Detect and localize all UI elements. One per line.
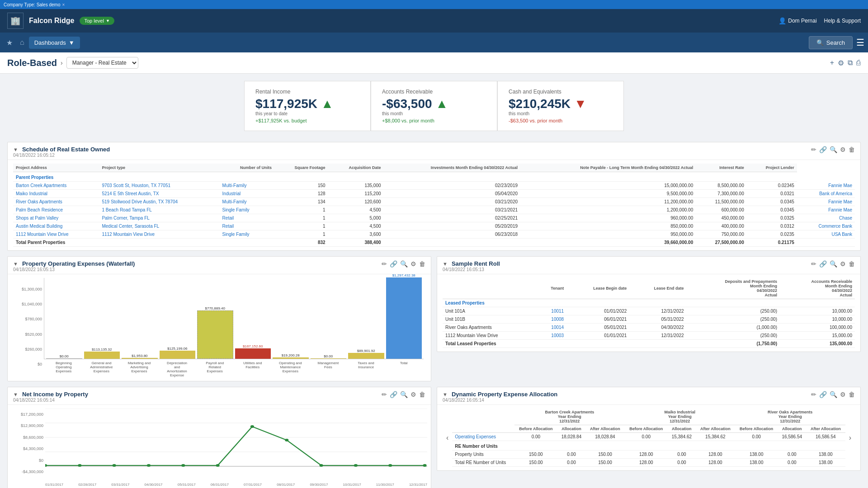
alloc-search-icon[interactable]: 🔍 [830, 391, 837, 398]
ni-dot-12 [423, 464, 426, 467]
property-link-barton[interactable]: Barton Creek Apartments [16, 183, 66, 188]
wf-delete-icon[interactable]: 🗑 [419, 260, 425, 267]
lender-palm[interactable]: Fannie Mae [828, 207, 852, 212]
rr-link-icon[interactable]: 🔗 [819, 260, 827, 267]
copy-button[interactable]: ⧉ [848, 59, 853, 67]
type-multi[interactable]: Multi-Family [222, 183, 247, 188]
help-link[interactable]: Help & Support [824, 18, 861, 24]
settings-button[interactable]: ⚙ [838, 59, 844, 67]
alloc-settings-icon[interactable]: ⚙ [840, 391, 846, 398]
rent-roll-collapse-btn[interactable]: ▼ [443, 261, 448, 267]
nav-menu-icon[interactable]: ☰ [856, 37, 864, 48]
alloc-scroll-left-btn[interactable]: ‹ [443, 432, 452, 444]
ni-settings-icon[interactable]: ⚙ [410, 391, 416, 398]
schedule-edit-icon[interactable]: ✏ [811, 146, 816, 153]
rr-delete-icon[interactable]: 🗑 [849, 260, 855, 267]
rr-edit-icon[interactable]: ✏ [811, 260, 816, 267]
property-link-maiko[interactable]: Maiko Industrial [16, 191, 47, 196]
alloc-ops-link[interactable]: Operating Expenses [455, 434, 496, 439]
lender-maiko[interactable]: Bank of America [819, 191, 852, 196]
rr-th-deposits: Deposits and PrepaymentsMonth Ending04/3… [687, 278, 780, 299]
rr-tenant-101b[interactable]: 10008 [551, 317, 564, 322]
lender-mountain[interactable]: USA Bank [831, 232, 852, 237]
rr-ar-101b: 10,000.00 [780, 315, 855, 324]
leased-properties-link[interactable]: Leased Properties [445, 300, 485, 305]
alloc-edit-icon[interactable]: ✏ [811, 391, 816, 398]
wf-search-icon[interactable]: 🔍 [400, 260, 408, 267]
note-palm: 600,000.00 [696, 206, 747, 214]
ni-link-icon[interactable]: 🔗 [390, 391, 397, 398]
level-badge[interactable]: Top level ▼ [80, 17, 114, 25]
ni-search-icon[interactable]: 🔍 [400, 391, 408, 398]
type-multi-river[interactable]: Multi-Family [222, 199, 247, 204]
type-sf-palm[interactable]: Single Family [222, 207, 250, 212]
wf-link-icon[interactable]: 🔗 [390, 260, 397, 267]
property-link-mountain[interactable]: 1112 Mountain View Drive [16, 232, 69, 237]
ni-x-sep: 09/30/2017 [310, 483, 328, 487]
role-select[interactable]: Manager - Real Estate [66, 57, 138, 69]
addr-austin[interactable]: Medical Center, Sarasota FL [102, 224, 159, 229]
addr-mountain[interactable]: 1112 Mountain View Drive [102, 232, 155, 237]
page-header: Role-Based › Manager - Real Estate + ⚙ ⧉… [0, 52, 868, 74]
lender-austin[interactable]: Commerce Bank [819, 224, 852, 229]
topbar-close-btn[interactable]: × [62, 2, 65, 7]
lender-barton[interactable]: Fannie Mae [828, 183, 852, 188]
type-retail-austin[interactable]: Retail [222, 224, 234, 229]
property-link-shops[interactable]: Shops at Palm Valley [16, 216, 58, 221]
addr-shops[interactable]: Palm Corner, Tampa FL [102, 216, 149, 221]
wf-edit-icon[interactable]: ✏ [382, 260, 387, 267]
rr-tenant-101a[interactable]: 10011 [551, 309, 564, 314]
schedule-link-icon[interactable]: 🔗 [819, 146, 827, 153]
acq-shops: 02/25/2021 [384, 214, 520, 222]
rr-search-icon[interactable]: 🔍 [830, 260, 837, 267]
type-link-barton[interactable]: 9703 Scott St, Houston, TX 77051 [102, 183, 170, 188]
add-button[interactable]: + [830, 59, 834, 67]
waterfall-bars: $0.00 $113,135.32 $1,953 [44, 278, 424, 359]
alloc-maiko-total-after: 128.00 [696, 459, 735, 467]
rr-tenant-mountain[interactable]: 10003 [551, 333, 564, 338]
property-link-river[interactable]: River Oaks Apartments [16, 199, 62, 204]
schedule-collapse-btn[interactable]: ▼ [13, 147, 18, 152]
ni-x-aug: 08/31/2017 [277, 483, 295, 487]
alloc-collapse-btn[interactable]: ▼ [443, 392, 448, 397]
type-sf-mountain[interactable]: Single Family [222, 232, 250, 237]
ni-collapse-btn[interactable]: ▼ [13, 392, 18, 397]
alloc-river-alloc-ops: 16,586.54 [778, 433, 806, 441]
parent-label: Parent Properties [13, 172, 797, 182]
alloc-scroll-right-btn[interactable]: › [845, 432, 855, 444]
print-button[interactable]: ⎙ [856, 59, 861, 67]
rr-settings-icon[interactable]: ⚙ [840, 260, 846, 267]
schedule-delete-icon[interactable]: 🗑 [849, 146, 855, 153]
title-arrow-icon: › [61, 59, 63, 66]
schedule-settings-icon[interactable]: ⚙ [840, 146, 846, 153]
addr-maiko[interactable]: 5214 E 5th Street Austin, TX [102, 191, 159, 196]
lender-river[interactable]: Fannie Mae [828, 199, 852, 204]
waterfall-x-labels: BeginningOperatingExpenses General andAd… [44, 359, 424, 377]
ni-edit-icon[interactable]: ✏ [382, 391, 387, 398]
star-icon[interactable]: ★ [4, 36, 15, 50]
home-icon[interactable]: ⌂ [17, 36, 27, 49]
rr-tenant-river[interactable]: 10014 [551, 325, 564, 330]
type-industrial[interactable]: Industrial [222, 191, 241, 196]
user-menu[interactable]: 👤 Dom Pernai [778, 17, 816, 24]
addr-river[interactable]: 519 Stollwood Drive Austin, TX 78704 [102, 199, 178, 204]
parent-properties-link[interactable]: Parent Properties [16, 175, 53, 180]
alloc-link-icon[interactable]: 🔗 [819, 391, 827, 398]
wf-val-depr: $125,199.06 [167, 347, 188, 351]
waterfall-collapse-btn[interactable]: ▼ [13, 261, 18, 267]
alloc-delete-icon[interactable]: 🗑 [849, 391, 855, 398]
alloc-barton-total-alloc: 0.00 [557, 459, 585, 467]
alloc-row-re-units-header: RE Number of Units [452, 441, 845, 450]
lender-shops[interactable]: Chase [839, 216, 852, 221]
type-retail-shops[interactable]: Retail [222, 216, 234, 221]
property-link-palm[interactable]: Palm Beach Residence [16, 207, 63, 212]
dashboards-menu[interactable]: Dashboards ▼ [29, 37, 80, 49]
property-link-austin[interactable]: Austin Medical Building [16, 224, 62, 229]
rr-ar-101a: 10,000.00 [780, 307, 855, 315]
ni-delete-icon[interactable]: 🗑 [419, 391, 425, 398]
wf-bar-utilities: $167,152.60 [235, 344, 271, 359]
addr-palm[interactable]: 1 Beach Road Tampa FL [102, 207, 151, 212]
schedule-search-icon[interactable]: 🔍 [830, 146, 837, 153]
wf-settings-icon[interactable]: ⚙ [410, 260, 416, 267]
search-button[interactable]: 🔍 Search [809, 36, 853, 49]
